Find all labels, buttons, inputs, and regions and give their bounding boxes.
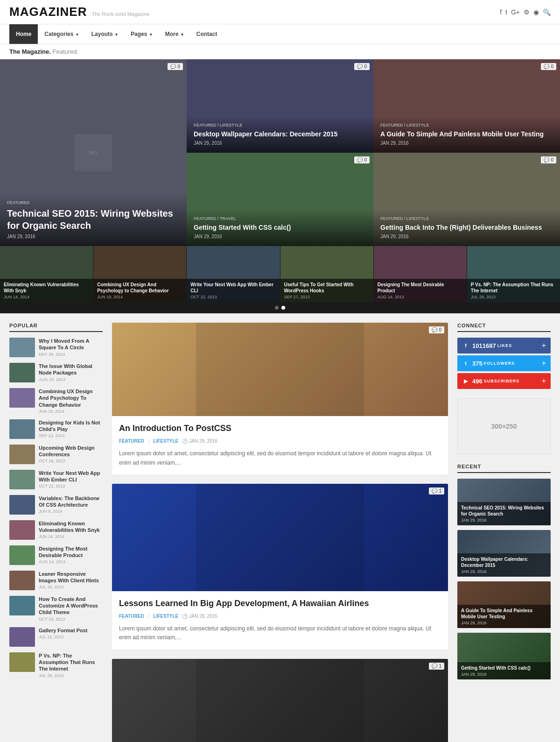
recent4-title: Getting Started With CSS calc()	[461, 665, 547, 671]
strip-card-6[interactable]: P Vs. NP: The Assumption That Runs The I…	[467, 246, 560, 302]
hero-card3-comment-count: 0	[364, 157, 367, 163]
hero-card1-comment-badge: 💬 0	[354, 63, 370, 70]
recent-item-2[interactable]: Desktop Wallpaper Calendars: December 20…	[457, 530, 551, 577]
popular-thumb-13	[9, 652, 35, 672]
hero-card-2[interactable]: 💬 0 FEATURED / LIFESTYLE A Guide To Simp…	[373, 59, 560, 153]
strip-card2-date: JUN 19, 2014	[97, 295, 182, 299]
strip-card-4[interactable]: Useful Tips To Get Started With WordPres…	[280, 246, 373, 302]
popular-item-10[interactable]: Leaner Responsive Images With Client Hin…	[9, 571, 103, 590]
strip-card6-overlay: P Vs. NP: The Assumption That Runs The I…	[467, 279, 560, 302]
recent-item-4[interactable]: Getting Started With CSS calc() JAN 29, …	[457, 633, 551, 679]
popular-thumb5-img	[9, 445, 35, 464]
popular-title-13: P Vs. NP: The Assumption That Runs The I…	[39, 652, 103, 672]
hero-card-1[interactable]: 💬 0 FEATURED / LIFESTYLE Desktop Wallpap…	[187, 59, 373, 153]
settings-icon[interactable]: ⚙	[524, 8, 530, 16]
article2-date: 🕐 JAN 29, 2016	[182, 614, 217, 619]
search-icon[interactable]: 🔍	[543, 8, 551, 16]
article2-meta: FEATURED / LIFESTYLE 🕐 JAN 29, 2016	[119, 613, 441, 620]
popular-thumb-1	[9, 338, 35, 357]
article2-title[interactable]: Lessons Learned In Big App Development, …	[119, 598, 441, 609]
popular-item-2[interactable]: The Issue With Global Node Packages AUG …	[9, 363, 103, 382]
popular-item-5[interactable]: Upcoming Web Design Conferences OCT 16, …	[9, 445, 103, 464]
popular-thumb11-img	[9, 596, 35, 615]
comment-icon: 💬	[544, 157, 549, 163]
popular-item-6[interactable]: Write Your Next Web App With Ember CLI O…	[9, 470, 103, 489]
article-card-1: 💬 0 An Introduction To PostCSS FEATURED …	[112, 323, 448, 474]
popular-info-11: How To Create And Customize A WordPress …	[39, 596, 103, 622]
rss-icon[interactable]: ◉	[533, 8, 539, 16]
nav-contact[interactable]: Contact	[190, 24, 224, 44]
popular-item-11[interactable]: How To Create And Customize A WordPress …	[9, 596, 103, 622]
ad-block: 300×250	[457, 398, 551, 454]
strip-card-5[interactable]: Designing The Most Desirable Product AUG…	[374, 246, 467, 302]
strip-card6-date: JUL 28, 2013	[471, 295, 556, 299]
hero-main-title: Technical SEO 2015: Wiring Websites for …	[7, 207, 180, 232]
hero-main-card[interactable]: IMG 💬 0 FEATURED Technical SEO 2015: Wir…	[0, 59, 187, 246]
popular-item-12[interactable]: Gallery Format Post JUL 16, 2013	[9, 627, 103, 647]
strip-card-2[interactable]: Combining UX Design And Psychology to Ch…	[93, 246, 186, 302]
twitter-icon[interactable]: t	[505, 8, 507, 16]
popular-item-3[interactable]: Combining UX Design And Psychology To Ch…	[9, 388, 103, 414]
nav-chevron: ▾	[150, 32, 152, 37]
comment-icon: 💬	[432, 664, 437, 669]
article2-tag2[interactable]: LIFESTYLE	[153, 614, 178, 619]
connect-fb-left: f 1011687 LIKES	[462, 342, 512, 349]
connect-tw-left: t 375 FOLLOWERS	[462, 360, 515, 367]
hero-card-4[interactable]: 💬 0 FEATURED / LIFESTYLE Getting Back In…	[373, 153, 560, 246]
slider-dot-2[interactable]	[281, 306, 285, 310]
popular-item-9[interactable]: Designing The Most Desirable Product AUG…	[9, 545, 103, 565]
connect-facebook[interactable]: f 1011687 LIKES +	[457, 338, 551, 353]
popular-thumb-8	[9, 520, 35, 540]
article1-body: An Introduction To PostCSS FEATURED / LI…	[112, 416, 448, 474]
strip-card5-date: AUG 14, 2013	[378, 295, 463, 299]
nav-more[interactable]: More ▾	[159, 24, 190, 44]
article2-tag1[interactable]: FEATURED	[119, 614, 144, 619]
nav-home[interactable]: Home	[9, 24, 38, 44]
popular-title-8: Eliminating Known Vulnerabilities With S…	[39, 520, 103, 534]
recent-item-3[interactable]: A Guide To Simple And Painless Mobile Us…	[457, 581, 551, 628]
connect-youtube[interactable]: ▶ 496 SUBSCRIBERS +	[457, 373, 551, 389]
site-header: MAGAZINER The Rock-solid Magazine f t G+…	[0, 0, 560, 24]
nav-chevron: ▾	[115, 32, 118, 37]
sidebar-right: CONNECT f 1011687 LIKES + t 375 FOLLOWER…	[457, 323, 551, 742]
popular-date-11: OCT 24, 2013	[39, 617, 103, 622]
strip-card5-title: Designing The Most Desirable Product	[378, 282, 463, 294]
recent2-date: JAN 29, 2016	[461, 569, 547, 574]
popular-thumb4-img	[9, 419, 35, 439]
popular-title-11: How To Create And Customize A WordPress …	[39, 596, 103, 616]
recent1-date: JAN 29, 2016	[461, 518, 547, 523]
nav-pages[interactable]: Pages ▾	[124, 24, 159, 44]
facebook-count: 1011687	[472, 342, 496, 349]
slider-dot-1[interactable]	[275, 306, 279, 310]
recent-item-1[interactable]: Technical SEO 2015: Wiring Websites for …	[457, 479, 551, 525]
connect-twitter[interactable]: t 375 FOLLOWERS +	[457, 355, 551, 371]
popular-item-4[interactable]: Designing for Kids Is Not Child's Play S…	[9, 419, 103, 439]
strip-card-1[interactable]: Eliminating Known Vulnerabilities With S…	[0, 246, 93, 302]
article1-tag2[interactable]: LIFESTYLE	[153, 438, 178, 444]
popular-thumb-11	[9, 596, 35, 615]
popular-date-8: JUN 14, 2014	[39, 534, 103, 539]
popular-item-1[interactable]: Why I Moved From A Square To A Circle MA…	[9, 338, 103, 357]
article1-title[interactable]: An Introduction To PostCSS	[119, 423, 441, 434]
popular-info-1: Why I Moved From A Square To A Circle MA…	[39, 338, 103, 357]
recent3-overlay: A Guide To Simple And Painless Mobile Us…	[457, 605, 551, 628]
popular-thumb1-img	[9, 338, 35, 357]
popular-item-8[interactable]: Eliminating Known Vulnerabilities With S…	[9, 520, 103, 540]
nav-categories[interactable]: Categories ▾	[38, 24, 84, 44]
strip-card-3[interactable]: Write Your Next Web App With Ember CLI O…	[187, 246, 280, 302]
hero-card-3[interactable]: 💬 0 FEATURED / TRAVEL Getting Started Wi…	[187, 153, 373, 246]
article1-tag1[interactable]: FEATURED	[119, 438, 144, 444]
article1-image: 💬 0	[112, 323, 448, 416]
comment-icon: 💬	[357, 157, 363, 163]
popular-item-13[interactable]: P Vs. NP: The Assumption That Runs The I…	[9, 652, 103, 678]
tag-separator: /	[148, 438, 150, 445]
recent3-title: A Guide To Simple And Painless Mobile Us…	[461, 608, 547, 620]
popular-item-7[interactable]: Variables: The Backbone Of CSS Architect…	[9, 495, 103, 515]
twitter-label: FOLLOWERS	[484, 361, 515, 366]
facebook-icon[interactable]: f	[500, 8, 502, 16]
hero-card4-date: JAN 29, 2016	[380, 234, 553, 239]
google-plus-icon[interactable]: G+	[511, 8, 520, 16]
nav-layouts[interactable]: Layouts ▾	[85, 24, 124, 44]
hero-card3-overlay: FEATURED / TRAVEL Getting Started With C…	[187, 209, 373, 246]
strip-card4-overlay: Useful Tips To Get Started With WordPres…	[280, 279, 373, 302]
